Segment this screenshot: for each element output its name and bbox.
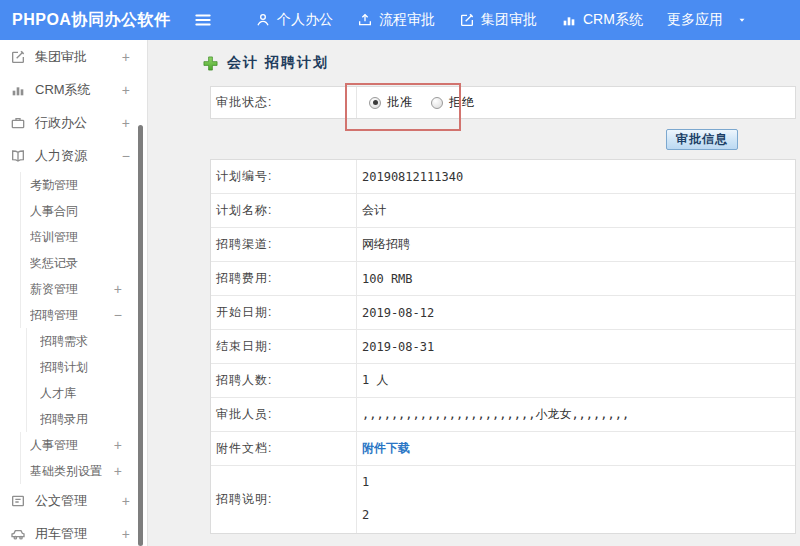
field-value: 会计	[357, 194, 795, 227]
expand-toggle-icon[interactable]: −	[122, 149, 130, 163]
expand-toggle-icon[interactable]: +	[122, 83, 130, 97]
hamburger-menu-icon[interactable]	[193, 10, 213, 30]
sidebar-item-label: 人事管理	[30, 437, 114, 454]
sidebar-item[interactable]: 奖惩记录	[20, 250, 147, 276]
field-label: 招聘人数:	[211, 364, 357, 397]
field-label: 结束日期:	[211, 330, 357, 363]
sidebar-item[interactable]: 人才库	[26, 380, 147, 406]
expand-toggle-icon[interactable]: +	[122, 116, 130, 130]
field-value-line: 1	[362, 466, 369, 499]
attachment-download-link[interactable]: 附件下载	[362, 440, 410, 457]
field-label: 审批人员:	[211, 398, 357, 431]
briefcase-icon	[10, 115, 26, 131]
radio-option[interactable]: 批准	[369, 94, 413, 111]
field-value: 20190812111340	[357, 160, 795, 193]
field-value-text: 100 RMB	[362, 272, 413, 286]
field-value: ,,,,,,,,,,,,,,,,,,,,,,,,小龙女,,,,,,,,	[357, 398, 795, 431]
sidebar-item[interactable]: CRM系统+	[0, 73, 147, 106]
expand-toggle-icon[interactable]: +	[122, 50, 130, 64]
field-value: 100 RMB	[357, 262, 795, 295]
approval-options: 批准拒绝	[357, 87, 795, 118]
field-value-text: 20190812111340	[362, 170, 463, 184]
sidebar-item[interactable]: 培训管理	[20, 224, 147, 250]
field-value: 附件下载	[357, 432, 795, 465]
sidebar: 集团审批+CRM系统+行政办公+人力资源−考勤管理人事合同培训管理奖惩记录薪资管…	[0, 40, 148, 546]
car-icon	[10, 526, 26, 542]
nav-item-label: 更多应用	[667, 11, 723, 29]
bar-chart-icon	[561, 12, 577, 28]
sidebar-item[interactable]: 薪资管理+	[20, 276, 147, 302]
book-icon	[10, 148, 26, 164]
approval-status-section: 审批状态: 批准拒绝	[210, 86, 796, 119]
field-value: 网络招聘	[357, 228, 795, 261]
expand-toggle-icon[interactable]: +	[122, 494, 130, 508]
sidebar-item[interactable]: 人事合同	[20, 198, 147, 224]
expand-toggle-icon[interactable]: +	[114, 282, 122, 296]
sidebar-item[interactable]: 招聘计划	[26, 354, 147, 380]
sidebar-item-label: 薪资管理	[30, 281, 114, 298]
expand-toggle-icon[interactable]: +	[114, 464, 122, 478]
radio-icon	[369, 97, 381, 109]
sidebar-item[interactable]: 公文管理+	[0, 484, 147, 517]
sidebar-item[interactable]: 人力资源−	[0, 139, 147, 172]
detail-table: 计划编号:20190812111340计划名称:会计招聘渠道:网络招聘招聘费用:…	[210, 159, 796, 534]
page-title: 会计 招聘计划	[203, 54, 796, 72]
field-row: 招聘说明:12	[211, 466, 795, 533]
field-value-text: 2019-08-12	[362, 306, 434, 320]
field-value-line: 2	[362, 499, 369, 532]
expand-toggle-icon[interactable]: +	[114, 438, 122, 452]
field-label: 附件文档:	[211, 432, 357, 465]
field-value-text: ,,,,,,,,,,,,,,,,,,,,,,,,小龙女,,,,,,,,	[362, 406, 629, 423]
nav-item[interactable]: 集团审批	[459, 11, 537, 29]
field-row: 招聘费用:100 RMB	[211, 262, 795, 296]
sidebar-item[interactable]: 基础类别设置+	[20, 458, 147, 484]
field-value: 1 人	[357, 364, 795, 397]
field-label: 招聘渠道:	[211, 228, 357, 261]
expand-toggle-icon[interactable]: −	[114, 308, 122, 322]
sidebar-item-label: 行政办公	[35, 114, 122, 132]
nav-item-label: 集团审批	[481, 11, 537, 29]
plus-icon	[203, 56, 218, 71]
field-label: 计划编号:	[211, 160, 357, 193]
sidebar-item-label: 人才库	[40, 385, 147, 402]
sidebar-item[interactable]: 人事管理+	[20, 432, 147, 458]
sidebar-item[interactable]: 招聘管理−	[20, 302, 147, 328]
field-label: 招聘费用:	[211, 262, 357, 295]
field-value-text: 网络招聘	[362, 236, 410, 253]
sidebar-item[interactable]: 用车管理+	[0, 517, 147, 546]
sidebar-item-label: 考勤管理	[30, 177, 147, 194]
app-logo: PHPOA协同办公软件	[0, 10, 183, 31]
sidebar-item[interactable]: 招聘需求	[26, 328, 147, 354]
field-row: 结束日期:2019-08-31	[211, 330, 795, 364]
sidebar-item[interactable]: 考勤管理	[20, 172, 147, 198]
sidebar-scrollbar[interactable]	[138, 125, 143, 546]
nav-item[interactable]: CRM系统	[561, 11, 643, 29]
field-value: 12	[357, 466, 795, 533]
compose-icon	[10, 49, 26, 65]
field-row: 计划编号:20190812111340	[211, 160, 795, 194]
compose-icon	[459, 12, 475, 28]
sidebar-item-label: 招聘管理	[30, 307, 114, 324]
sidebar-item-label: 基础类别设置	[30, 463, 114, 480]
field-value-text: 会计	[362, 202, 386, 219]
field-label: 开始日期:	[211, 296, 357, 329]
nav-item[interactable]: 个人办公	[255, 11, 333, 29]
sidebar-item-label: 奖惩记录	[30, 255, 147, 272]
document-icon	[10, 493, 26, 509]
nav-item[interactable]: 更多应用	[667, 11, 747, 29]
field-row: 计划名称:会计	[211, 194, 795, 228]
nav-item-label: CRM系统	[583, 11, 643, 29]
field-label: 计划名称:	[211, 194, 357, 227]
sidebar-item[interactable]: 集团审批+	[0, 40, 147, 73]
field-row: 开始日期:2019-08-12	[211, 296, 795, 330]
sidebar-item-label: 人力资源	[35, 147, 122, 165]
approval-info-button[interactable]: 审批信息	[666, 129, 738, 150]
approval-status-label: 审批状态:	[211, 87, 357, 118]
sidebar-item[interactable]: 招聘录用	[26, 406, 147, 432]
expand-toggle-icon[interactable]: +	[122, 527, 130, 541]
radio-option[interactable]: 拒绝	[431, 94, 475, 111]
sidebar-item-label: CRM系统	[35, 81, 122, 99]
nav-item[interactable]: 流程审批	[357, 11, 435, 29]
person-icon	[255, 12, 271, 28]
sidebar-item[interactable]: 行政办公+	[0, 106, 147, 139]
